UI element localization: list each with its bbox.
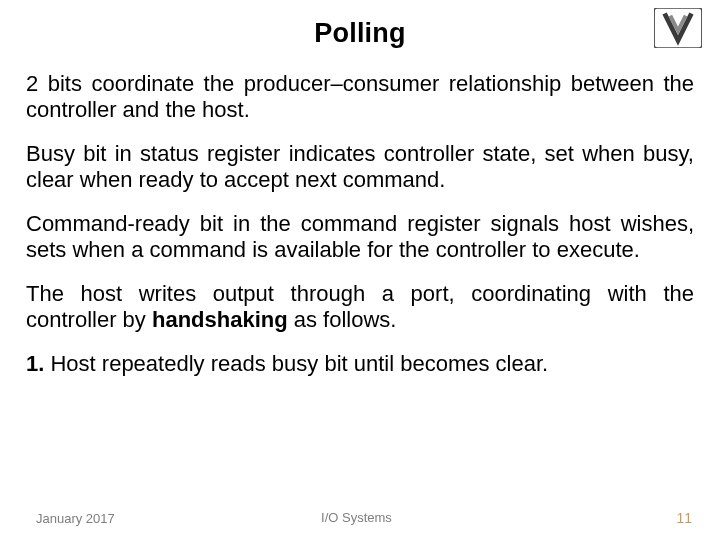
paragraph-intro: 2 bits coordinate the producer–consumer … [26, 71, 694, 123]
paragraph-command-ready: Command-ready bit in the command registe… [26, 211, 694, 263]
paragraph-busy-bit: Busy bit in status register indicates co… [26, 141, 694, 193]
bold-step-number: 1. [26, 351, 44, 376]
paragraph-step-1: 1. Host repeatedly reads busy bit until … [26, 351, 694, 377]
text-span: as follows. [288, 307, 397, 332]
slide-body: 2 bits coordinate the producer–consumer … [26, 71, 694, 377]
slide-footer: January 2017 I/O Systems 11 [0, 510, 720, 526]
footer-page-number: 11 [676, 510, 692, 526]
text-span: Host repeatedly reads busy bit until bec… [44, 351, 548, 376]
slide: Polling 2 bits coordinate the producer–c… [0, 0, 720, 540]
footer-topic: I/O Systems [321, 510, 392, 525]
footer-date: January 2017 [36, 511, 115, 526]
institution-logo-icon [654, 8, 702, 48]
slide-title: Polling [26, 18, 694, 49]
bold-handshaking: handshaking [152, 307, 288, 332]
paragraph-handshaking: The host writes output through a port, c… [26, 281, 694, 333]
